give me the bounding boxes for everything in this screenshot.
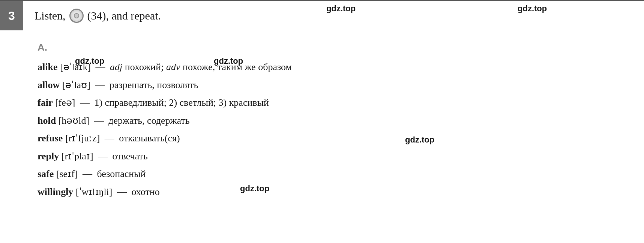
dash: — xyxy=(94,115,104,126)
dash: — xyxy=(83,168,92,179)
list-item: hold [həʊld] — держать, содержать xyxy=(38,112,614,129)
instruction-number: (34), and repeat. xyxy=(87,9,161,22)
vocab-word: refuse xyxy=(38,133,63,144)
vocab-transcription: [rɪˈplaɪ] xyxy=(62,151,93,162)
vocab-word: alike xyxy=(38,62,57,72)
dash: — xyxy=(98,151,108,162)
vocab-word: fair xyxy=(38,97,53,108)
vocab-transcription: [rɪˈfjuːz] xyxy=(65,133,100,144)
vocab-transcription: [ˈwɪlɪŋli] xyxy=(76,186,113,197)
dash: — xyxy=(80,97,90,108)
page-container: gdz.top gdz.top gdz.top gdz.top gdz.top … xyxy=(0,0,644,243)
list-item: willingly [ˈwɪlɪŋli] — охотно xyxy=(38,183,614,201)
task-number: 3 xyxy=(0,1,23,30)
vocab-meaning: похожий; xyxy=(125,62,164,72)
vocab-meaning: держать, содержать xyxy=(108,115,189,126)
watermark-1: gdz.top xyxy=(326,4,356,14)
vocab-list: alike [əˈlaɪk] — adj похожий; adv похоже… xyxy=(38,58,614,200)
vocab-word: hold xyxy=(38,115,56,126)
vocab-word: safe xyxy=(38,168,54,179)
list-item: refuse [rɪˈfjuːz] — отказывать(ся) xyxy=(38,130,614,147)
vocab-transcription: [feə] xyxy=(55,97,75,108)
vocab-transcription: [həʊld] xyxy=(59,115,90,126)
vocab-transcription: [seɪf] xyxy=(56,168,78,179)
vocab-meaning: 1) справедливый; 2) светлый; 3) красивый xyxy=(94,97,269,108)
instruction-listen: Listen, xyxy=(35,9,66,22)
dash: — xyxy=(105,133,114,144)
list-item: alike [əˈlaɪk] — adj похожий; adv похоже… xyxy=(38,58,614,76)
dash: — xyxy=(117,186,127,197)
vocab-word: reply xyxy=(38,151,59,162)
vocab-word: allow xyxy=(38,80,60,90)
list-item: allow [əˈlaʊ] — разрешать, позволять xyxy=(38,76,614,94)
vocab-meaning: отказывать(ся) xyxy=(119,133,180,144)
section-label: A. xyxy=(38,42,614,53)
list-item: safe [seɪf] — безопасный xyxy=(38,165,614,183)
watermark-6: gdz.top xyxy=(240,184,269,194)
cd-icon xyxy=(69,9,84,23)
watermark-4: gdz.top xyxy=(214,56,243,66)
vocab-pos2: adv xyxy=(166,62,180,72)
list-item: reply [rɪˈplaɪ] — отвечать xyxy=(38,148,614,165)
vocab-transcription: [əˈlaʊ] xyxy=(62,80,90,90)
vocab-meaning: безопасный xyxy=(97,168,146,179)
watermark-2: gdz.top xyxy=(518,4,547,14)
list-item: fair [feə] — 1) справедливый; 2) светлый… xyxy=(38,94,614,111)
vocab-word: willingly xyxy=(38,186,73,197)
dash: — xyxy=(95,80,105,90)
vocab-pos: adj xyxy=(110,62,122,72)
watermark-3: gdz.top xyxy=(75,56,104,66)
vocab-meaning: охотно xyxy=(131,186,159,197)
header-row: 3 Listen, (34), and repeat. xyxy=(0,0,644,30)
vocab-meaning: отвечать xyxy=(113,151,148,162)
watermark-5: gdz.top xyxy=(405,135,434,145)
vocab-meaning: разрешать, позволять xyxy=(110,80,198,90)
